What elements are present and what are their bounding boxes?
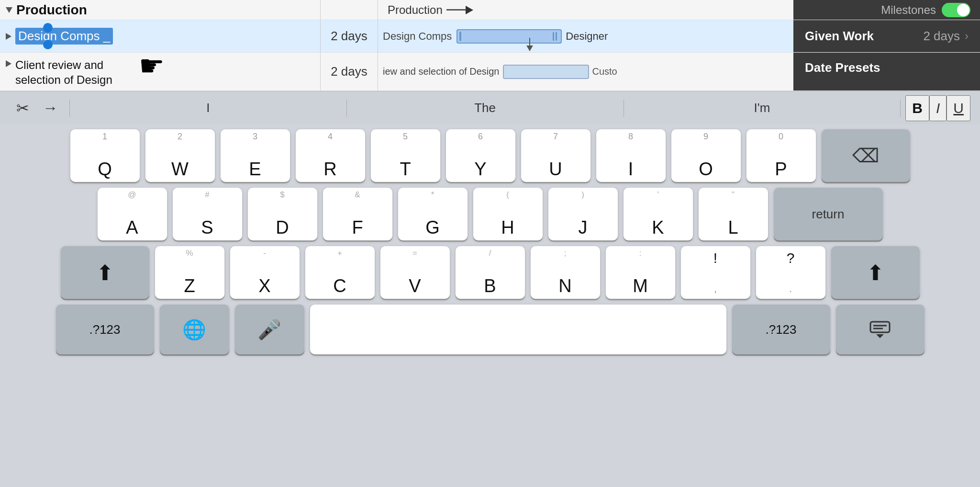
key-W[interactable]: 2 W	[145, 129, 215, 182]
expand-triangle-client-review[interactable]	[6, 60, 11, 67]
key-shift-left[interactable]: ⬆	[61, 246, 149, 299]
key-P[interactable]: 0 P	[746, 129, 816, 182]
production-duration-cell	[321, 0, 378, 20]
client-review-resource: Custo	[592, 66, 617, 77]
key-L[interactable]: " L	[699, 188, 768, 240]
key-Z[interactable]: % Z	[155, 246, 224, 299]
key-keyboard-dismiss[interactable]	[836, 305, 924, 354]
key-Q[interactable]: 1 Q	[70, 129, 140, 182]
key-return[interactable]: return	[774, 188, 883, 240]
selection-dot-top	[43, 23, 53, 33]
key-X[interactable]: - X	[230, 246, 300, 299]
cut-paste-button[interactable]: ✂	[10, 95, 36, 121]
given-work-label: Given Work	[805, 29, 874, 44]
key-I[interactable]: 8 I	[596, 129, 666, 182]
key-C[interactable]: + C	[305, 246, 375, 299]
client-review-task-label: Client review andselection of Design	[15, 57, 112, 87]
key-S[interactable]: # S	[173, 188, 242, 240]
design-comps-duration: 2 days	[321, 20, 378, 52]
key-numbers-left[interactable]: .?123	[56, 305, 154, 354]
given-work-chevron[interactable]: ›	[965, 29, 969, 43]
design-comps-task-label[interactable]: Design Comps _	[15, 28, 113, 45]
key-U[interactable]: 7 U	[521, 129, 590, 182]
key-J[interactable]: ) J	[548, 188, 618, 240]
key-V[interactable]: = V	[380, 246, 450, 299]
key-T[interactable]: 5 T	[371, 129, 440, 182]
date-presets-label: Date Presets	[805, 60, 880, 75]
toolbar-separator-3	[624, 100, 624, 117]
key-A[interactable]: @ A	[98, 188, 167, 240]
keyboard-dismiss-icon	[869, 321, 891, 338]
key-microphone[interactable]: 🎤	[235, 305, 304, 354]
suggestion-1[interactable]: I	[75, 101, 342, 115]
key-K[interactable]: ' K	[624, 188, 693, 240]
key-backspace[interactable]: ⌫	[822, 129, 910, 182]
milestones-label: Milestones	[881, 3, 936, 17]
underline-button[interactable]: U	[947, 95, 970, 121]
key-globe[interactable]: 🌐	[160, 305, 229, 354]
milestones-toggle[interactable]	[942, 3, 970, 17]
key-M[interactable]: : M	[606, 246, 675, 299]
production-task-label: Production	[16, 2, 87, 18]
client-review-gantt-bar[interactable]	[503, 65, 589, 79]
client-review-row[interactable]: Client review andselection of Design 2 d…	[0, 53, 980, 91]
suggestion-3[interactable]: I'm	[629, 101, 896, 115]
design-comps-gantt-bar[interactable]	[457, 29, 562, 44]
keyboard-row-3: ⬆ % Z - X + C = V / B ;	[4, 246, 976, 299]
design-comps-bar-label: Design Comps	[383, 30, 452, 43]
keyboard-toolbar: ✂ → I The I'm B I U	[0, 91, 980, 125]
keyboard-row-bottom: .?123 🌐 🎤 .?123	[4, 305, 976, 354]
toolbar-separator-1	[69, 100, 70, 117]
expand-triangle-design-comps[interactable]	[6, 33, 11, 40]
key-G[interactable]: * G	[398, 188, 468, 240]
key-D[interactable]: $ D	[248, 188, 317, 240]
keyboard-row-2: @ A # S $ D & F * G ( H	[4, 188, 976, 240]
key-exclamation-comma[interactable]: ! ,	[681, 246, 750, 299]
key-H[interactable]: ( H	[473, 188, 543, 240]
suggestion-2[interactable]: The	[352, 101, 619, 115]
key-O[interactable]: 9 O	[671, 129, 741, 182]
toolbar-separator-4	[900, 100, 901, 117]
production-row: Production Production Milestones	[0, 0, 980, 20]
design-comps-resource-label: Designer	[566, 30, 608, 43]
design-comps-row[interactable]: Design Comps _ 2 days Design Comps	[0, 20, 980, 53]
key-Y[interactable]: 6 Y	[446, 129, 515, 182]
client-review-duration: 2 days	[321, 53, 378, 91]
selection-dot-bottom	[43, 40, 53, 49]
bold-button[interactable]: B	[905, 95, 929, 121]
italic-button[interactable]: I	[929, 95, 947, 121]
production-bar-label: Production	[388, 3, 443, 17]
key-N[interactable]: ; N	[531, 246, 600, 299]
collapse-triangle-production[interactable]	[6, 7, 12, 13]
key-E[interactable]: 3 E	[221, 129, 290, 182]
key-space[interactable]	[310, 305, 726, 354]
toolbar-separator-2	[346, 100, 347, 117]
key-shift-right[interactable]: ⬆	[831, 246, 920, 299]
key-B[interactable]: / B	[456, 246, 525, 299]
key-question-period[interactable]: ? .	[756, 246, 825, 299]
production-bar	[446, 6, 473, 14]
svg-rect-0	[870, 322, 890, 332]
keyboard-row-1: 1 Q 2 W 3 E 4 R 5 T 6 Y	[4, 129, 976, 182]
given-work-value: 2 days	[923, 29, 960, 44]
keyboard: 1 Q 2 W 3 E 4 R 5 T 6 Y	[0, 125, 980, 487]
key-numbers-right[interactable]: .?123	[732, 305, 830, 354]
key-F[interactable]: & F	[323, 188, 392, 240]
key-R[interactable]: 4 R	[296, 129, 365, 182]
client-review-bar-label: iew and selection of Design	[383, 66, 499, 77]
arrow-right-button[interactable]: →	[36, 95, 65, 121]
